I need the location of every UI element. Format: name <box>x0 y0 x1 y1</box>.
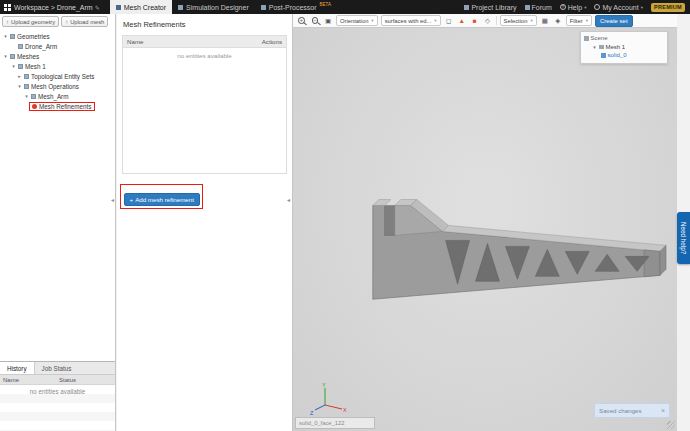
forum-link[interactable]: Forum <box>525 4 552 11</box>
mesh-creator-icon <box>116 5 121 10</box>
panel-collapse-handle[interactable]: ◂ <box>287 196 290 203</box>
chevron-down-icon[interactable]: ▾ <box>11 63 16 69</box>
tree-item-mesh-1[interactable]: ▾ Mesh 1 <box>0 61 115 71</box>
account-menu[interactable]: My Account ▾ <box>594 4 642 11</box>
scene-item-mesh-1[interactable]: ▾ Mesh 1 <box>584 43 664 52</box>
chevron-down-icon: ▾ <box>434 18 436 23</box>
folder-icon <box>10 54 15 59</box>
tab-history[interactable]: History <box>0 362 35 374</box>
select-faces-icon[interactable]: ▲ <box>457 15 467 26</box>
isolate-icon[interactable]: ◇ <box>483 15 493 26</box>
upload-geometry-label: Upload geometry <box>11 19 55 25</box>
chevron-down-icon: ▾ <box>530 18 532 23</box>
chevron-down-icon[interactable]: ▾ <box>3 53 8 59</box>
tree-label: Topological Entity Sets <box>31 73 94 80</box>
help-icon: ? <box>560 4 566 10</box>
chevron-down-icon[interactable]: ▾ <box>592 44 597 50</box>
scene-item-label: Mesh 1 <box>606 44 626 50</box>
scene-item-label: solid_0 <box>608 52 627 58</box>
tree-item-meshes[interactable]: ▾ Meshes <box>0 51 115 61</box>
plus-icon: + <box>130 196 134 203</box>
tree-item-drone-arm[interactable]: Drone_Arm <box>0 41 115 51</box>
geometry-icon <box>18 44 23 49</box>
upload-mesh-button[interactable]: ↑ Upload mesh <box>61 16 108 27</box>
invert-selection-icon[interactable]: ◈ <box>553 15 563 26</box>
breadcrumb-text: Workspace > Drone_Arm <box>14 4 93 11</box>
tab-post-processor[interactable]: Post-Processor BETA <box>255 0 337 14</box>
axis-y-label: Y <box>322 382 326 388</box>
refinements-empty-state: no entities available <box>122 48 287 174</box>
page-title: Mesh Refinements <box>117 14 292 35</box>
tree-label: Mesh_Arm <box>38 93 68 100</box>
orientation-dropdown[interactable]: Orientation ▾ <box>336 15 378 26</box>
display-mode-label: surfaces with ed... <box>385 18 432 24</box>
entity-sets-icon <box>24 74 29 79</box>
help-menu[interactable]: ? Help ▾ <box>560 4 587 11</box>
upload-icon: ↑ <box>65 19 68 25</box>
tab-job-status[interactable]: Job Status <box>35 362 79 374</box>
fit-view-icon[interactable]: ▣ <box>323 15 333 26</box>
model-slot-face <box>385 205 395 235</box>
project-library-link[interactable]: Project Library <box>464 4 516 11</box>
chevron-down-icon[interactable]: ▾ <box>17 83 22 89</box>
saved-changes-toast: Saved changes × <box>594 403 670 418</box>
mesh-icon <box>18 64 23 69</box>
hide-faces-icon[interactable]: ■ <box>470 15 480 26</box>
tree-item-mesh-arm[interactable]: ▾ Mesh_Arm <box>0 91 115 101</box>
tab-simulation-designer[interactable]: Simulation Designer <box>172 0 255 14</box>
resize-handle[interactable] <box>667 421 675 429</box>
app-root: Workspace > Drone_Arm ✎ Mesh Creator Sim… <box>0 0 690 431</box>
close-icon[interactable]: × <box>661 407 665 414</box>
edit-project-icon[interactable]: ✎ <box>95 4 100 11</box>
column-status: Status <box>56 375 79 384</box>
history-empty-state: no entities available <box>0 385 115 431</box>
breadcrumb[interactable]: Workspace > Drone_Arm ✎ <box>14 4 100 11</box>
refinement-icon <box>32 104 37 109</box>
chevron-down-icon: ▾ <box>641 5 643 10</box>
model-canvas[interactable] <box>293 14 677 430</box>
post-processor-icon <box>261 5 266 10</box>
beta-badge: BETA <box>320 2 331 7</box>
tab-mesh-creator[interactable]: Mesh Creator <box>110 0 172 14</box>
create-set-button[interactable]: Create set <box>595 15 633 27</box>
forum-icon <box>525 5 530 10</box>
need-help-tab[interactable]: Need help? <box>677 212 690 264</box>
folder-icon <box>10 34 15 39</box>
tree-item-mesh-refinements[interactable]: Mesh Refinements <box>0 101 115 111</box>
add-mesh-refinement-button[interactable]: + Add mesh refinement <box>124 193 200 206</box>
toolbar-divider <box>496 16 497 25</box>
orientation-label: Orientation <box>340 18 368 24</box>
face-name-readout: solid_0_face_122 <box>295 417 375 429</box>
toast-text: Saved changes <box>599 407 642 414</box>
viewport-3d[interactable]: + − ▣ Orientation ▾ surfaces with ed... … <box>292 14 677 431</box>
panel-collapse-handle[interactable]: ◂ <box>111 196 114 203</box>
chevron-down-icon[interactable]: ▾ <box>3 33 8 39</box>
help-label: Help <box>568 4 582 11</box>
display-mode-dropdown[interactable]: surfaces with ed... ▾ <box>381 15 441 26</box>
selection-dropdown[interactable]: Selection ▾ <box>500 15 537 26</box>
project-tree: ▾ Geometries Drone_Arm ▾ Meshes ▾ Mesh 1… <box>0 29 115 111</box>
solid-icon <box>601 53 606 58</box>
tree-label: Meshes <box>17 53 39 60</box>
viewport-toolbar: + − ▣ Orientation ▾ surfaces with ed... … <box>293 14 677 28</box>
tree-item-topological-entity-sets[interactable]: ▸ Topological Entity Sets <box>0 71 115 81</box>
scene-item-solid-0[interactable]: solid_0 <box>584 51 664 60</box>
chevron-down-icon[interactable]: ▾ <box>24 93 29 99</box>
tree-item-geometries[interactable]: ▾ Geometries <box>0 31 115 41</box>
history-panel: History Job Status Name Status no entiti… <box>0 361 115 431</box>
mesh-icon <box>599 45 604 50</box>
filter-dropdown[interactable]: Filter ▾ <box>566 15 592 26</box>
zoom-out-icon[interactable]: − <box>312 17 319 24</box>
refinements-table: Name Actions no entities available <box>122 35 287 174</box>
zoom-in-icon[interactable]: + <box>298 17 305 24</box>
tree-item-mesh-operations[interactable]: ▾ Mesh Operations <box>0 81 115 91</box>
axes-triad: Y X Z <box>309 381 349 417</box>
premium-badge[interactable]: PREMIUM <box>651 3 685 12</box>
project-library-icon <box>464 5 469 10</box>
upload-geometry-button[interactable]: ↑ Upload geometry <box>2 16 59 27</box>
app-logo-icon[interactable] <box>4 4 11 11</box>
box-select-icon[interactable]: ▦ <box>540 15 550 26</box>
scene-icon <box>584 36 589 41</box>
pointer-select-icon[interactable]: ◻ <box>444 15 454 26</box>
chevron-right-icon[interactable]: ▸ <box>17 73 22 79</box>
